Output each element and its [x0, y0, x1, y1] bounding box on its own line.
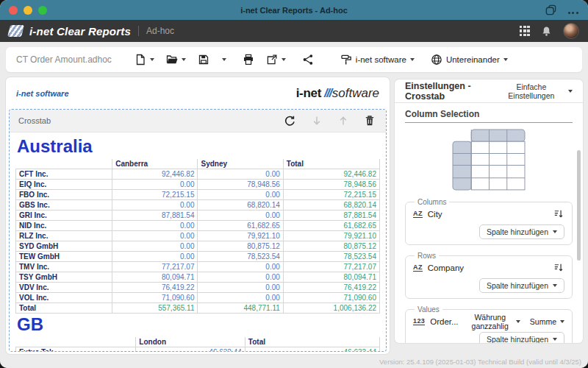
logo-slashes: ///	[324, 86, 331, 100]
sort-button[interactable]	[552, 261, 564, 274]
caret-icon	[503, 58, 508, 61]
table-row: RLZ Inc.0.0079,921.1079,921.10	[16, 231, 380, 241]
format-dropdown[interactable]: Währung ganzzahlig	[468, 313, 520, 330]
add-row-label: Spalte hinzufügen	[487, 281, 548, 290]
group-heading: Australia	[17, 137, 380, 156]
move-down-button[interactable]	[309, 113, 324, 128]
logo-text-italic: software	[332, 86, 379, 100]
delete-button[interactable]	[362, 113, 377, 128]
caret-icon	[553, 230, 557, 233]
caret-icon	[410, 58, 415, 61]
value-cell: 61,682.65	[283, 221, 379, 231]
value-cell: 61,682.65	[198, 221, 283, 231]
value-cell: 0.00	[112, 221, 198, 231]
value-cell: 0.00	[198, 262, 283, 272]
move-up-icon	[337, 115, 349, 127]
row-label: FBO Inc.	[16, 190, 112, 200]
print-button[interactable]	[239, 51, 258, 68]
value-cell: 0.00	[198, 293, 283, 303]
sort-button[interactable]	[552, 208, 564, 220]
value-cell: 72,215.15	[112, 190, 198, 200]
add-row-button[interactable]: Spalte hinzufügen	[479, 278, 564, 293]
table-row: Futue Tek46,632.4446,632.44	[16, 347, 380, 352]
add-column-button[interactable]: Spalte hinzufügen	[479, 224, 564, 239]
settings-mode-label: Einfache Einstellungen	[498, 82, 564, 100]
value-cell: 72,215.15	[283, 190, 379, 200]
column-header: Total	[283, 159, 379, 169]
scrollbar-thumb[interactable]	[577, 150, 581, 261]
user-avatar[interactable]	[563, 23, 579, 39]
settings-mode-dropdown[interactable]: Einfache Einstellungen	[498, 82, 573, 100]
column-header: London	[136, 337, 245, 347]
row-label: GBS Inc.	[16, 200, 112, 210]
value-cell: 0.00	[112, 200, 198, 210]
share-icon	[302, 54, 314, 66]
row-label: TEW GmbH	[16, 252, 112, 262]
crosstab-element[interactable]: Crosstab	[9, 109, 387, 352]
module-name: Ad-hoc	[146, 26, 174, 36]
value-cell: 78,948.56	[283, 180, 379, 190]
tab-overview-icon[interactable]	[545, 4, 557, 16]
arrangement-dropdown[interactable]: Untereinander	[427, 51, 512, 68]
row-label: CFT Inc.	[16, 169, 112, 180]
export-button[interactable]	[262, 51, 290, 68]
value-cell: 71,090.60	[112, 293, 198, 303]
row-label: SYD GmbH	[16, 241, 112, 252]
save-button[interactable]	[194, 51, 230, 68]
crosstab-table-gb: LondonTotalFutue Tek46,632.4446,632.44	[15, 337, 380, 351]
field-company[interactable]: Company	[428, 263, 464, 272]
value-cell: 0.00	[198, 169, 283, 180]
caret-icon	[182, 58, 186, 61]
value-cell: 0.00	[112, 252, 198, 262]
refresh-button[interactable]	[282, 113, 298, 129]
report-page-header: i-net software i-net///software	[6, 77, 390, 109]
crosstab-layout-icon	[405, 129, 573, 191]
report-body: Australia CanberraSydneyTotalCFT Inc.92,…	[10, 132, 386, 351]
document-name: CT Order Amount.adhoc	[16, 54, 112, 65]
group-heading: GB	[17, 315, 380, 334]
share-button[interactable]	[298, 51, 318, 68]
notifications-bell-icon[interactable]	[541, 26, 552, 37]
more-options-icon[interactable]	[567, 4, 579, 17]
table-row: GRI Inc.87,881.540.0087,881.54	[16, 210, 380, 221]
move-up-button[interactable]	[336, 113, 351, 128]
value-cell: 92,446.82	[283, 169, 379, 180]
main-area: i-net software i-net///software Crosstab	[0, 77, 588, 368]
caret-icon	[553, 338, 557, 341]
version-info: Version: 25.4.109 (2025-01-03) Technical…	[379, 358, 581, 366]
caret-icon	[568, 90, 573, 93]
aggregation-dropdown[interactable]: Summe	[530, 317, 564, 326]
caret-icon	[282, 58, 286, 61]
value-cell: 448,771.11	[198, 303, 283, 314]
toolbar: CT Order Amount.adhoc	[6, 47, 582, 72]
apps-grid-icon[interactable]	[520, 26, 530, 36]
field-city[interactable]: City	[428, 210, 442, 219]
inet-software-logo: i-net///software	[296, 86, 379, 101]
total-row: Total557,365.11448,771.111,006,136.22	[16, 303, 380, 314]
text-type-icon: AZ	[413, 263, 423, 272]
rows-group: Rows AZ Company Spalte hinzufügen	[405, 252, 573, 299]
row-label: VOL Inc.	[16, 293, 112, 303]
value-cell: 1,006,136.22	[283, 303, 379, 314]
row-label: VDV Inc.	[16, 283, 112, 293]
field-order-amount[interactable]: Order...	[430, 317, 458, 326]
value-cell: 79,921.10	[198, 231, 283, 241]
table-row: TSY GmbH80,094.710.0080,094.71	[16, 272, 380, 283]
add-value-button[interactable]: Spalte hinzufügen	[479, 332, 564, 343]
open-button[interactable]	[162, 51, 190, 68]
row-label: GRI Inc.	[16, 210, 112, 221]
new-document-button[interactable]	[131, 51, 158, 68]
table-row: FBO Inc.72,215.150.0072,215.15	[16, 190, 380, 200]
save-icon	[198, 54, 209, 66]
open-icon	[166, 54, 178, 66]
crosstab-table: CanberraSydneyTotalCFT Inc.92,446.820.00…	[15, 159, 380, 314]
value-cell: 0.00	[198, 272, 283, 283]
value-cell: 79,921.10	[283, 231, 379, 241]
style-dropdown[interactable]: i-net software	[337, 51, 418, 68]
row-label: Futue Tek	[16, 347, 136, 352]
row-label: TMV Inc.	[16, 262, 112, 272]
table-row: GBS Inc.0.0068,820.1468,820.14	[16, 200, 380, 210]
settings-panel: Einstellungen - Crosstab Einfache Einste…	[395, 79, 583, 343]
add-column-label: Spalte hinzufügen	[487, 227, 548, 236]
row-label: TSY GmbH	[16, 272, 112, 283]
